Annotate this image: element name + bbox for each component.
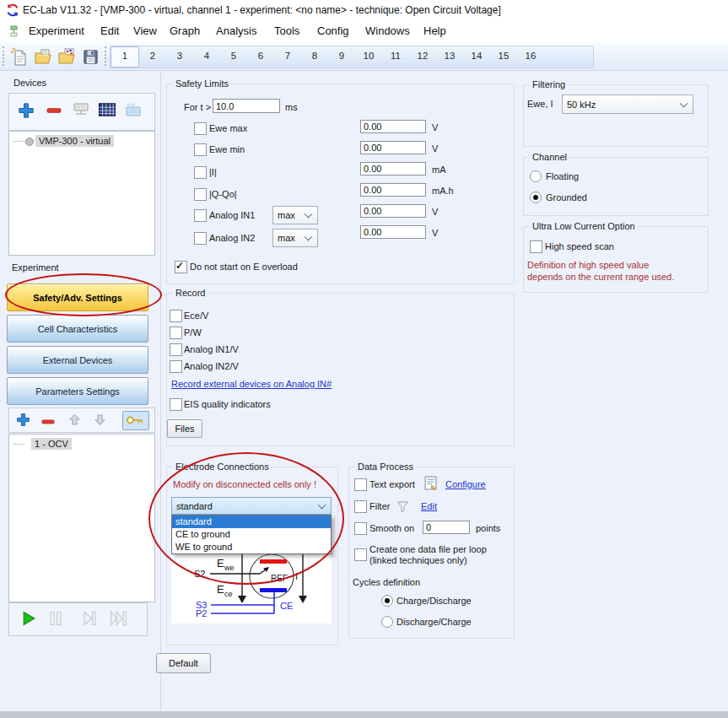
move-down-button[interactable] [94, 413, 106, 428]
file-per-loop-label-2[interactable]: (linked techniques only) [369, 555, 467, 566]
analog-in2-label[interactable]: Analog IN2 [209, 233, 255, 244]
filter-label[interactable]: Filter [369, 501, 390, 512]
analog-in1-label[interactable]: Analog IN1 [209, 210, 255, 221]
grounded-label[interactable]: Grounded [546, 192, 587, 203]
checkbox-analog-in2[interactable] [194, 232, 207, 245]
abs-i-value[interactable] [360, 162, 426, 175]
sequence-item-ocv[interactable]: 1 - OCV [31, 438, 72, 450]
radio-charge-discharge[interactable] [381, 595, 393, 607]
channel-button-15[interactable]: 15 [490, 46, 517, 67]
radio-grounded[interactable] [530, 192, 542, 203]
advanced-settings-key-button[interactable] [122, 411, 149, 430]
pause-button[interactable] [50, 611, 62, 628]
smooth-label[interactable]: Smooth on [369, 523, 414, 534]
option-ce-to-ground[interactable]: CE to ground [172, 528, 331, 541]
checkbox-smooth[interactable] [354, 522, 367, 535]
channel-button-14[interactable]: 14 [463, 46, 490, 67]
menu-view[interactable]: View [132, 20, 159, 42]
menu-help[interactable]: Help [422, 20, 448, 42]
checkbox-analog-in1[interactable] [194, 209, 207, 222]
channel-button-6[interactable]: 6 [247, 46, 274, 67]
new-device-button[interactable] [124, 101, 143, 121]
checkbox-ewe-max[interactable] [194, 122, 207, 135]
ewe-max-value[interactable] [360, 120, 426, 133]
channel-button-3[interactable]: 3 [166, 46, 193, 67]
edit-link[interactable]: Edit [421, 501, 437, 512]
checkbox-file-per-loop[interactable] [354, 548, 367, 561]
toolbar-grip[interactable] [3, 46, 7, 66]
checkbox-analog-in2-record[interactable] [170, 360, 182, 373]
analog-in1-max-combo[interactable]: max [272, 206, 318, 224]
menu-analysis[interactable]: Analysis [214, 20, 258, 42]
go-to-end-button[interactable] [111, 611, 127, 628]
add-device-button[interactable] [18, 102, 35, 121]
nav-cell-characteristics[interactable]: Cell Characteristics [7, 315, 148, 343]
remove-device-button[interactable] [46, 106, 62, 116]
q-qo-value[interactable] [360, 183, 426, 197]
channel-button-2[interactable]: 2 [139, 46, 166, 67]
menu-graph[interactable]: Graph [168, 20, 202, 42]
option-standard[interactable]: standard [172, 516, 331, 528]
channel-button-11[interactable]: 11 [382, 46, 409, 67]
checkbox-no-start-overload[interactable] [175, 261, 187, 273]
charge-discharge-label[interactable]: Charge/Discharge [396, 596, 472, 607]
checkbox-analog-in1-record[interactable] [170, 343, 182, 356]
checkbox-pw[interactable] [170, 327, 182, 339]
channel-button-16[interactable]: 16 [517, 46, 544, 67]
menu-experiment[interactable]: Experiment [27, 20, 86, 42]
checkbox-ewe-min[interactable] [194, 143, 207, 156]
channel-button-4[interactable]: 4 [193, 46, 220, 67]
analog-in2-max-combo[interactable]: max [272, 229, 318, 247]
nav-parameters-settings[interactable]: Parameters Settings [7, 377, 148, 405]
checkbox-eis-quality[interactable] [170, 398, 182, 411]
channel-button-5[interactable]: 5 [220, 46, 247, 67]
checkbox-high-speed-scan[interactable] [530, 240, 542, 253]
ewe-min-value[interactable] [360, 141, 426, 154]
nav-external-devices[interactable]: External Devices [7, 346, 148, 374]
play-button[interactable] [23, 611, 35, 628]
text-export-label[interactable]: Text export [369, 479, 415, 490]
files-button[interactable]: Files [167, 419, 202, 438]
menu-edit[interactable]: Edit [99, 20, 121, 42]
configure-link[interactable]: Configure [445, 479, 486, 490]
pw-label[interactable]: P/W [184, 327, 202, 338]
no-start-overload-label[interactable]: Do not start on E overload [190, 262, 298, 273]
menu-config[interactable]: Config [315, 20, 351, 42]
ewe-max-label[interactable]: Ewe max [209, 123, 247, 134]
ece-label[interactable]: Ece/V [184, 310, 208, 321]
next-technique-button[interactable] [84, 611, 96, 628]
analog-in1-value[interactable] [360, 204, 426, 218]
device-tree-item[interactable]: VMP-300 - virtual [35, 135, 114, 147]
new-settings-button[interactable] [8, 46, 30, 67]
channel-button-10[interactable]: 10 [355, 46, 382, 67]
floating-label[interactable]: Floating [546, 171, 579, 182]
q-qo-label[interactable]: |Q-Qo| [209, 189, 237, 200]
channel-button-7[interactable]: 7 [274, 46, 301, 67]
save-button[interactable] [79, 46, 101, 67]
checkbox-abs-i[interactable] [194, 166, 207, 179]
checkbox-text-export[interactable] [354, 478, 367, 491]
analog-in1-record-label[interactable]: Analog IN1/V [184, 344, 239, 355]
smooth-points-input[interactable] [423, 521, 470, 534]
for-t-input[interactable] [213, 99, 280, 113]
record-external-devices-link[interactable]: Record external devices on Analog IN# [171, 379, 332, 390]
channel-button-13[interactable]: 13 [436, 46, 463, 67]
connect-device-button[interactable] [72, 101, 90, 121]
open-settings-button[interactable] [32, 46, 54, 67]
abs-i-label[interactable]: |I| [209, 167, 217, 178]
high-speed-scan-label[interactable]: High speed scan [545, 241, 614, 252]
analog-in2-record-label[interactable]: Analog IN2/V [184, 361, 239, 372]
move-up-button[interactable] [68, 413, 81, 428]
menu-tools[interactable]: Tools [272, 20, 301, 42]
channel-toolbar-grip[interactable] [105, 46, 109, 66]
option-we-to-ground[interactable]: WE to ground [172, 541, 331, 553]
checkbox-q-qo[interactable] [194, 188, 207, 201]
device-grid-button[interactable] [99, 102, 116, 119]
nav-safety-adv-settings[interactable]: Safety/Adv. Settings [7, 283, 148, 311]
remove-technique-button[interactable] [41, 417, 55, 427]
channel-button-8[interactable]: 8 [301, 46, 328, 67]
channel-button-1[interactable]: 1 [111, 46, 139, 67]
add-technique-button[interactable] [16, 413, 30, 429]
analog-in2-value[interactable] [360, 225, 426, 239]
file-per-loop-label-1[interactable]: Create one data file per loop [369, 544, 487, 555]
